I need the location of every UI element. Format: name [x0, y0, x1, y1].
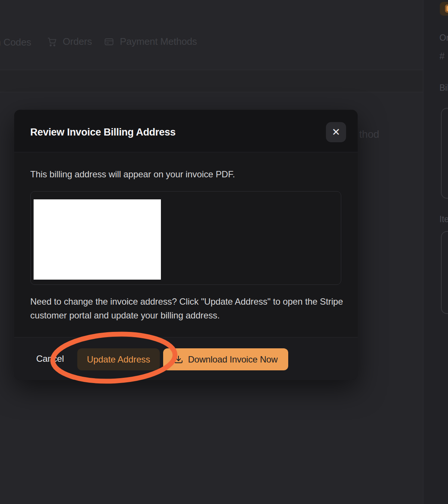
review-invoice-billing-address-dialog: Review Invoice Billing Address ✕ This bi…: [14, 110, 358, 380]
update-address-button-label: Update Address: [87, 354, 150, 365]
download-invoice-now-label: Download Invoice Now: [188, 354, 277, 365]
tab-orders[interactable]: Orders: [46, 36, 92, 47]
download-invoice-now-button[interactable]: Download Invoice Now: [163, 348, 288, 370]
dialog-intro-text: This billing address will appear on your…: [30, 169, 235, 180]
status-badge: [440, 2, 448, 16]
redacted-address-block: [34, 199, 161, 280]
items-card: [441, 231, 448, 314]
credit-card-icon: [103, 36, 115, 47]
tab-payment-methods-label: Payment Methods: [120, 36, 197, 47]
items-section-label: Ite: [439, 214, 448, 224]
background-tab-bar: n Codes Orders Payment Methods: [0, 33, 423, 54]
close-icon: ✕: [332, 127, 340, 137]
cancel-button[interactable]: Cancel: [30, 348, 70, 370]
dialog-header: Review Invoice Billing Address ✕: [14, 110, 358, 152]
divider: [0, 70, 423, 70]
dialog-title: Review Invoice Billing Address: [30, 127, 175, 138]
cart-icon: [46, 36, 57, 47]
background-partial-heading: thod: [359, 128, 379, 140]
tab-coupon-codes-label: n Codes: [0, 37, 31, 48]
order-detail-side-panel: Or # Bil Ite: [423, 0, 448, 504]
order-number: #: [439, 51, 445, 62]
page: n Codes Orders Payment Methods thod O: [0, 0, 448, 504]
download-icon: [174, 355, 183, 364]
close-button[interactable]: ✕: [326, 122, 346, 142]
billing-card: [441, 108, 448, 199]
tab-payment-methods[interactable]: Payment Methods: [103, 36, 197, 47]
cancel-button-label: Cancel: [36, 354, 64, 364]
billing-section-label: Bil: [439, 83, 448, 93]
dialog-footer: Cancel Update Address Download Invoice N…: [14, 337, 358, 380]
tab-coupon-codes[interactable]: n Codes: [0, 37, 31, 48]
background-subheader-strip: [0, 70, 423, 92]
tab-orders-label: Orders: [63, 36, 92, 47]
divider: [0, 92, 423, 92]
order-heading: Or: [439, 33, 448, 43]
dialog-note-text: Need to change the invoice address? Clic…: [30, 295, 354, 322]
badge-icon: [445, 4, 448, 13]
update-address-button[interactable]: Update Address: [77, 348, 160, 370]
